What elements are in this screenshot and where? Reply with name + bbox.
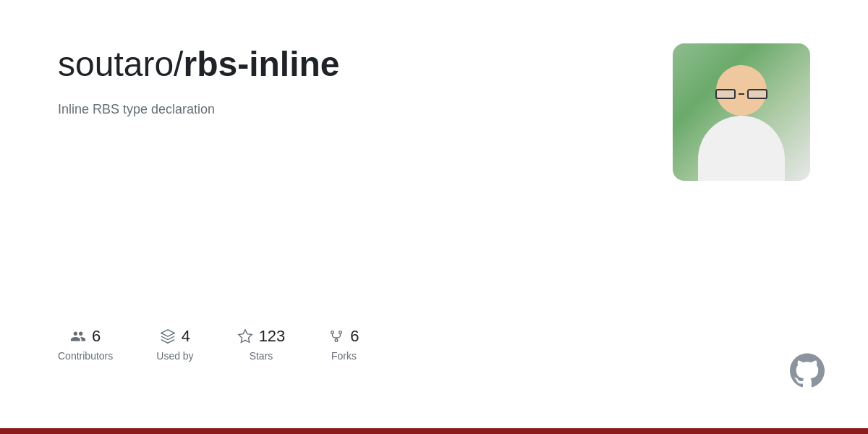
avatar[interactable] [673,43,810,181]
stars-label: Stars [250,350,273,362]
stat-used-by[interactable]: 4 Used by [156,327,193,362]
stars-count: 123 [259,327,286,346]
svg-point-3 [336,339,339,342]
used-by-label: Used by [156,350,193,362]
github-icon-container[interactable] [790,353,825,391]
repo-description: Inline RBS type declaration [58,100,644,119]
fork-icon [328,328,344,344]
stats-row: 6 Contributors 4 Used by [58,298,810,362]
repo-separator: / [174,45,183,83]
repo-header: soutaro/rbs-inline Inline RBS type decla… [58,43,810,181]
bottom-bar [0,428,868,434]
avatar-body [698,116,785,181]
forks-label: Forks [331,350,357,362]
used-by-count: 4 [182,327,190,346]
stat-contributors[interactable]: 6 Contributors [58,327,113,362]
github-logo-icon [790,353,825,388]
stat-stars[interactable]: 123 Stars [237,327,286,362]
contributors-label: Contributors [58,350,113,362]
repo-info: soutaro/rbs-inline Inline RBS type decla… [58,43,644,119]
svg-point-2 [339,331,342,334]
contributors-count: 6 [92,327,101,346]
repo-name[interactable]: rbs-inline [183,45,339,83]
repo-owner[interactable]: soutaro [58,45,174,83]
stat-forks[interactable]: 6 Forks [328,327,359,362]
repo-title: soutaro/rbs-inline [58,43,644,85]
main-content: soutaro/rbs-inline Inline RBS type decla… [0,0,868,391]
forks-count: 6 [350,327,359,346]
people-icon [70,328,86,344]
svg-marker-0 [238,330,251,342]
star-icon [237,328,253,344]
avatar-container [673,43,810,181]
package-icon [160,328,176,344]
svg-point-1 [331,331,334,334]
avatar-glasses [715,88,767,100]
